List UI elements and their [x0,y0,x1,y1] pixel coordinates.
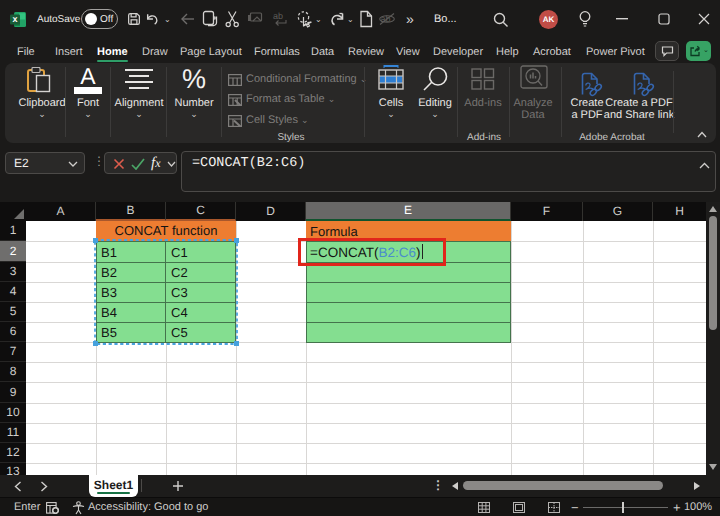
svg-text:x: x [12,14,17,24]
svg-text:ab: ab [273,11,283,21]
